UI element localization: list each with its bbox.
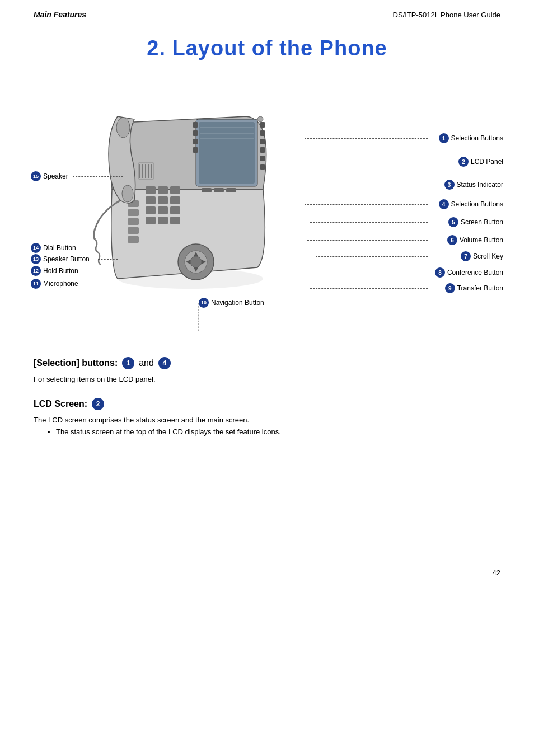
- svg-rect-12: [193, 122, 198, 128]
- badge-section-1: 1: [122, 357, 134, 369]
- lcd-bullet-list: The status screen at the top of the LCD …: [56, 426, 500, 438]
- badge-2: 2: [458, 157, 469, 167]
- section-selection-buttons: [Selection] buttons: 1 and 4 For selecti…: [34, 357, 500, 386]
- section-header-lcd: LCD Screen: 2: [34, 398, 500, 410]
- label-lcd-panel: 2 LCD Panel: [458, 157, 503, 167]
- connector-8: [302, 273, 428, 273]
- label-speaker-15: 15 Speaker: [31, 171, 68, 181]
- section-connector-word: and: [139, 358, 154, 368]
- label-volume-button: 6 Volume Button: [447, 235, 503, 245]
- connector-2: [324, 162, 428, 162]
- connector-11: [92, 284, 193, 284]
- label-text-lcd: LCD Panel: [471, 158, 503, 166]
- label-text-10: Navigation Button: [211, 299, 264, 307]
- badge-5: 5: [448, 217, 458, 227]
- connector-4: [305, 204, 428, 205]
- svg-rect-21: [158, 186, 168, 194]
- section-header-selection: [Selection] buttons: 1 and 4: [34, 357, 500, 369]
- label-dial-button: 14 Dial Button: [31, 243, 76, 253]
- label-text-status: Status Indicator: [457, 181, 503, 189]
- label-text-14: Dial Button: [43, 244, 76, 252]
- badge-9: 9: [445, 283, 455, 293]
- svg-rect-24: [158, 196, 168, 204]
- label-text-8: Conference Button: [447, 269, 503, 276]
- section-body-lcd: The LCD screen comprises the status scre…: [34, 415, 500, 426]
- svg-point-45: [122, 185, 133, 202]
- label-text-4: Selection Buttons: [451, 200, 503, 208]
- badge-15: 15: [31, 171, 41, 181]
- svg-rect-25: [170, 196, 180, 204]
- phone-illustration: [67, 88, 313, 301]
- label-scroll-key: 7 Scroll Key: [461, 251, 503, 261]
- label-text-7: Scroll Key: [473, 252, 503, 260]
- label-text-13: Speaker Button: [43, 255, 90, 263]
- label-hold-button: 12 Hold Button: [31, 266, 78, 276]
- badge-1: 1: [439, 133, 449, 143]
- svg-rect-27: [158, 206, 168, 214]
- connector-10: [199, 303, 199, 331]
- svg-rect-28: [170, 206, 180, 214]
- section-body-selection: For selecting items on the LCD panel.: [34, 374, 500, 386]
- connector-3: [316, 185, 428, 185]
- svg-rect-35: [128, 227, 139, 234]
- svg-rect-16: [202, 188, 212, 192]
- label-screen-button: 5 Screen Button: [448, 217, 503, 227]
- badge-4: 4: [439, 199, 449, 209]
- label-navigation-button: 10 Navigation Button: [199, 298, 264, 308]
- svg-rect-14: [193, 139, 198, 144]
- svg-rect-7: [260, 130, 265, 136]
- connector-13: [98, 259, 118, 260]
- svg-point-19: [257, 116, 263, 122]
- svg-rect-8: [260, 139, 265, 144]
- lcd-bullet-1: The status screen at the top of the LCD …: [56, 426, 500, 438]
- svg-rect-22: [170, 186, 180, 194]
- badge-12: 12: [31, 266, 41, 276]
- label-text-9: Transfer Button: [457, 284, 503, 292]
- connector-6: [307, 240, 428, 241]
- svg-rect-18: [226, 188, 236, 192]
- badge-14: 14: [31, 243, 41, 253]
- connector-9: [310, 288, 428, 289]
- svg-rect-36: [128, 236, 139, 243]
- header-chapter: Main Features: [34, 10, 86, 19]
- connector-15: [73, 176, 123, 177]
- page: Main Features DS/ITP-5012L Phone User Gu…: [0, 0, 534, 756]
- phone-diagram: 1 Selection Buttons 2 LCD Panel 3 Status…: [0, 77, 534, 346]
- label-microphone: 11 Microphone: [31, 279, 78, 289]
- badge-13: 13: [31, 254, 41, 264]
- svg-rect-6: [260, 122, 265, 128]
- svg-rect-9: [260, 147, 265, 153]
- svg-rect-15: [193, 147, 198, 153]
- label-text-6: Volume Button: [460, 236, 503, 244]
- label-text-5: Screen Button: [461, 218, 503, 226]
- content-section: [Selection] buttons: 1 and 4 For selecti…: [0, 357, 534, 438]
- badge-11: 11: [31, 279, 41, 289]
- section-title-selection: [Selection] buttons:: [34, 358, 118, 368]
- label-text-1: Selection Buttons: [451, 134, 503, 142]
- badge-section-2: 2: [92, 398, 104, 410]
- svg-point-44: [116, 118, 130, 138]
- label-transfer-button: 9 Transfer Button: [445, 283, 503, 293]
- svg-rect-33: [128, 209, 139, 216]
- svg-rect-34: [128, 218, 139, 225]
- page-number: 42: [493, 569, 500, 577]
- label-text-12: Hold Button: [43, 267, 78, 275]
- svg-rect-11: [260, 164, 265, 170]
- svg-rect-20: [146, 186, 156, 194]
- label-conference-button: 8 Conference Button: [435, 267, 503, 278]
- section-title-lcd: LCD Screen:: [34, 399, 87, 409]
- section-lcd-screen: LCD Screen: 2 The LCD screen comprises t…: [34, 398, 500, 438]
- svg-rect-2: [199, 122, 255, 184]
- badge-6: 6: [447, 235, 457, 245]
- badge-section-4: 4: [158, 357, 171, 369]
- connector-7: [316, 256, 428, 257]
- chapter-title: 2. Layout of the Phone: [0, 36, 534, 60]
- label-selection-buttons-1: 1 Selection Buttons: [439, 133, 503, 143]
- badge-8: 8: [435, 267, 445, 278]
- connector-5: [310, 222, 428, 223]
- page-footer: 42: [34, 565, 500, 577]
- svg-point-39: [190, 256, 202, 267]
- label-status-indicator: 3 Status Indicator: [444, 180, 503, 190]
- svg-rect-17: [214, 188, 224, 192]
- header-guide-title: DS/ITP-5012L Phone User Guide: [393, 11, 500, 19]
